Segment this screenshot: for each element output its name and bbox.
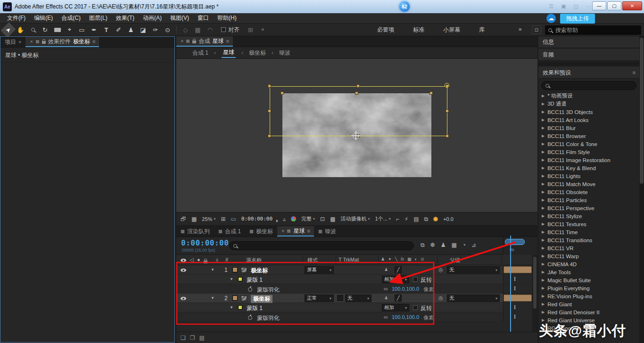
effects-category-row[interactable]: ▶ RE:Vision Plug-ins <box>538 292 639 300</box>
lock-icon[interactable] <box>192 41 196 43</box>
track-area[interactable] <box>503 275 532 284</box>
menu-item[interactable]: 效果(T) <box>112 14 139 22</box>
tab-comp-1[interactable]: 合成 1 <box>214 226 245 237</box>
breadcrumb-item[interactable]: 合成 1 <box>192 49 208 57</box>
close-icon[interactable]: × <box>181 38 183 44</box>
invert-label[interactable]: 反转 <box>421 276 432 284</box>
puppet-pin-tool-icon[interactable]: ⊙ <box>162 25 173 35</box>
tool-option-icon[interactable]: ⊞ <box>245 25 256 35</box>
expander-icon[interactable]: ▼ <box>230 277 233 281</box>
expand-triangle-icon[interactable]: ▶ <box>542 118 545 122</box>
layer-handle[interactable] <box>281 91 284 95</box>
effects-category-row[interactable]: ▶ BCC11 Image Restoration <box>538 156 639 164</box>
effects-category-row[interactable]: ▶ Red Giant <box>538 300 639 308</box>
expand-triangle-icon[interactable]: ▶ <box>542 262 545 266</box>
expand-triangle-icon[interactable]: ▶ <box>542 206 545 210</box>
trkmat-column-header[interactable]: T TrkMat <box>339 257 359 262</box>
breadcrumb-item-current[interactable]: 星球 <box>222 48 236 58</box>
feather-value[interactable]: 100.0,100.0 <box>392 286 419 292</box>
hand-tool-icon[interactable]: ✋ <box>15 25 26 35</box>
expand-triangle-icon[interactable]: ▶ <box>542 238 545 242</box>
expand-transfer-icon[interactable]: ❐ <box>190 335 195 341</box>
zoom-dropdown[interactable]: 25%▾ <box>202 216 215 222</box>
exposure-icon[interactable] <box>433 217 438 221</box>
close-button[interactable]: ✕ <box>622 1 642 10</box>
expander-icon[interactable]: ▼ <box>230 305 233 310</box>
expand-triangle-icon[interactable]: ▶ <box>542 134 545 138</box>
effects-category-row[interactable]: ▶ BCC11 Stylize <box>538 212 639 220</box>
panel-menu-icon[interactable]: ≡ <box>633 70 635 75</box>
blend-mode-dropdown[interactable]: 正常▾ <box>305 294 334 302</box>
panel-menu-icon[interactable]: ≡ <box>307 228 309 234</box>
pan-behind-tool-icon[interactable]: ⌖ <box>64 25 75 35</box>
menu-item[interactable]: 编辑(E) <box>30 14 57 22</box>
expand-triangle-icon[interactable]: ▶ <box>542 102 545 106</box>
expand-triangle-icon[interactable]: ▶ <box>542 182 545 186</box>
layer-name[interactable]: 极坐标 <box>251 267 268 275</box>
track-area[interactable] <box>503 303 532 312</box>
layer-handle[interactable] <box>355 91 358 95</box>
tray-icon[interactable]: ⋯ <box>586 3 591 9</box>
effects-category-row[interactable]: ▶ BCC11 Time <box>538 228 639 236</box>
info-panel-tab[interactable]: 信息 <box>538 36 639 48</box>
effects-category-row[interactable]: ▶ BCC11 3D Objects <box>538 108 639 116</box>
blend-mode-dropdown[interactable]: 屏幕▾ <box>305 266 334 274</box>
lock-column-icon[interactable] <box>204 261 207 263</box>
quality-switch[interactable]: ╱ <box>395 294 402 302</box>
tray-icon[interactable]: ◫ <box>574 3 578 9</box>
effects-presets-panel-tab[interactable]: 效果和预设 ≡ <box>538 67 639 79</box>
invert-checkbox[interactable] <box>413 305 418 310</box>
mask-name[interactable]: 蒙版 1 <box>247 304 263 312</box>
eraser-tool-icon[interactable]: ◪ <box>137 25 149 35</box>
breadcrumb-item[interactable]: 噪波 <box>279 49 290 57</box>
anchor-point-icon[interactable] <box>353 132 359 139</box>
effects-category-row[interactable]: ▶ CINEMA 4D <box>538 260 639 268</box>
tray-icon[interactable]: ▣ <box>561 3 566 9</box>
table-row-layer-1[interactable]: ▼ 1 极坐标 屏幕▾ ♟ ╱ ◎ 无▾ <box>176 265 537 275</box>
expand-triangle-icon[interactable]: ▶ <box>542 222 545 226</box>
breadcrumb-item[interactable]: 极坐标 <box>249 49 266 57</box>
expand-triangle-icon[interactable]: ▶ <box>542 310 545 314</box>
stopwatch-icon[interactable] <box>248 316 252 320</box>
expand-triangle-icon[interactable]: ▶ <box>542 142 545 146</box>
effects-category-row[interactable]: ▶ BCC11 Blur <box>538 124 639 132</box>
graph-editor-icon[interactable]: ⊿ <box>471 242 476 248</box>
shy-layers-icon[interactable]: ♟ <box>441 242 446 248</box>
workspace-overflow-chevrons[interactable]: » <box>519 26 522 33</box>
expand-triangle-icon[interactable]: ▶ <box>542 214 545 218</box>
expand-triangle-icon[interactable]: ▶ <box>542 158 545 162</box>
fx-icon[interactable]: fx <box>401 257 404 261</box>
layer-handle[interactable] <box>429 91 433 95</box>
expand-triangle-icon[interactable]: ▶ <box>542 246 545 250</box>
effects-category-row[interactable]: ▶ BCC11 Film Style <box>538 148 639 156</box>
camera-view-dropdown[interactable]: 活动摄像机▾ <box>340 215 370 222</box>
expand-switches-icon[interactable]: ❏ <box>181 335 186 341</box>
expander-icon[interactable]: ▼ <box>211 268 215 272</box>
quality-switch[interactable]: ╱ <box>395 266 402 273</box>
expand-triangle-icon[interactable]: ▶ <box>542 110 545 114</box>
3d-icon[interactable]: ⊙ <box>421 257 424 261</box>
tab-render-queue[interactable]: 渲染队列 <box>176 226 214 237</box>
expand-triangle-icon[interactable]: ▶ <box>542 174 545 178</box>
shy-icon[interactable]: ♟ <box>381 257 385 261</box>
table-row-mask-feather[interactable]: 蒙版羽化 ∞ 100.0,100.0 像素 I <box>176 284 537 294</box>
grid-guides-icon[interactable]: ⊞ <box>221 216 225 222</box>
snap-checkbox[interactable] <box>221 27 226 32</box>
tab-project[interactable]: 项目 × <box>0 37 25 47</box>
roto-brush-tool-icon[interactable]: ✑ <box>149 25 161 35</box>
table-row-mask-feather-2[interactable]: 蒙版羽化 ∞ 100.0,100.0 像素 I <box>176 312 537 322</box>
table-row-layer-2[interactable]: ▼ 2 极坐标 正常▾ 无▾ ♟ ╱ ◎ 无▾ <box>176 294 537 303</box>
time-navigator[interactable] <box>505 239 525 245</box>
effects-category-row[interactable]: ▶ BCC11 Obsolete <box>538 188 639 196</box>
fast-preview-icon[interactable]: ⚡ <box>405 216 408 222</box>
expand-triangle-icon[interactable]: ▶ <box>542 150 545 154</box>
effects-category-row[interactable]: ▶ * 动画预设 <box>538 92 639 100</box>
index-column-header[interactable]: # <box>225 257 228 262</box>
mask-handle[interactable] <box>446 109 449 113</box>
label-color-chip[interactable] <box>232 295 238 301</box>
mask-handle[interactable] <box>268 109 271 113</box>
tab-polar-coords[interactable]: 极坐标 <box>245 226 277 237</box>
rotate-tool-icon[interactable]: ↻ <box>39 25 51 35</box>
effects-category-row[interactable]: ▶ BCC11 Key & Blend <box>538 164 639 172</box>
expand-triangle-icon[interactable]: ▶ <box>542 166 545 170</box>
